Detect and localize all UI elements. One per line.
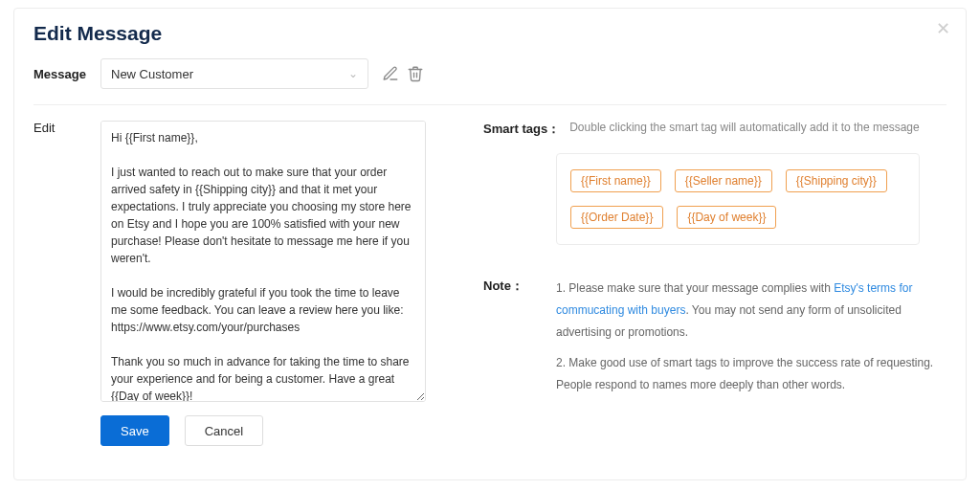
- save-button[interactable]: Save: [100, 415, 169, 446]
- modal-body: Edit Smart tags： Double clicking the sma…: [33, 121, 947, 402]
- edit-icon[interactable]: [382, 65, 399, 82]
- message-select[interactable]: New Customer ⌄: [100, 58, 368, 89]
- message-row: Message New Customer ⌄: [33, 58, 947, 105]
- note-paragraph-2: 2. Make good use of smart tags to improv…: [556, 352, 937, 396]
- smart-tags-box: {{First name}} {{Seller name}} {{Shippin…: [556, 153, 920, 245]
- smart-tag-order-date[interactable]: {{Order Date}}: [570, 206, 663, 229]
- smart-tag-shipping-city[interactable]: {{Shipping city}}: [786, 169, 887, 192]
- smart-tags-label: Smart tags：: [483, 121, 560, 138]
- trash-icon[interactable]: [407, 65, 424, 82]
- button-row: Save Cancel: [100, 415, 947, 446]
- note-section: Note： 1. Please make sure that your mess…: [483, 278, 947, 396]
- modal-title: Edit Message: [33, 22, 947, 45]
- note-label: Note：: [483, 278, 546, 396]
- smart-tag-day-of-week[interactable]: {{Day of week}}: [677, 206, 776, 229]
- smart-tags-hint: Double clicking the smart tag will autom…: [569, 121, 920, 134]
- right-column: Smart tags： Double clicking the smart ta…: [483, 121, 947, 402]
- cancel-button[interactable]: Cancel: [185, 415, 263, 446]
- message-textarea[interactable]: [100, 121, 426, 402]
- smart-tag-first-name[interactable]: {{First name}}: [570, 169, 661, 192]
- edit-column: Edit: [33, 121, 426, 402]
- note-paragraph-1: 1. Please make sure that your message co…: [556, 278, 937, 343]
- smart-tag-seller-name[interactable]: {{Seller name}}: [675, 169, 772, 192]
- chevron-down-icon: ⌄: [348, 67, 358, 80]
- smart-tags-header: Smart tags： Double clicking the smart ta…: [483, 121, 947, 138]
- message-label: Message: [33, 67, 87, 81]
- close-icon[interactable]: ✕: [936, 20, 950, 37]
- edit-label: Edit: [33, 121, 87, 402]
- edit-message-modal: ✕ Edit Message Message New Customer ⌄ Ed…: [13, 8, 967, 480]
- note-body: 1. Please make sure that your message co…: [556, 278, 947, 396]
- message-select-value: New Customer: [111, 67, 193, 81]
